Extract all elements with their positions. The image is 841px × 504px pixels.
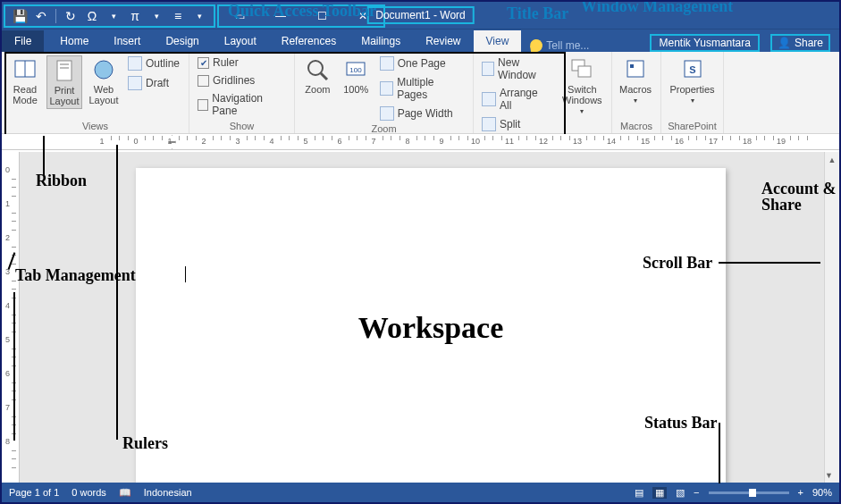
tab-insert[interactable]: Insert — [101, 30, 153, 52]
zoom-in-button[interactable]: + — [798, 487, 803, 498]
switch-icon — [569, 57, 594, 82]
switch-windows-button[interactable]: Switch Windows▾ — [559, 55, 606, 117]
outline-icon — [128, 56, 142, 71]
user-name[interactable]: Mentik Yusmantara — [650, 34, 760, 52]
web-layout-button[interactable]: Web Layout — [86, 55, 122, 107]
multipage-icon — [380, 81, 393, 96]
svg-line-7 — [321, 73, 327, 80]
pagewidth-icon — [380, 106, 394, 121]
zoom-out-button[interactable]: − — [694, 487, 699, 498]
save-icon[interactable]: 💾 — [11, 7, 29, 25]
magnifier-icon — [305, 57, 330, 82]
zoom-button[interactable]: Zoom — [300, 55, 335, 97]
tab-design[interactable]: Design — [153, 30, 211, 52]
onepage-icon — [380, 56, 394, 71]
vertical-ruler[interactable]: 012345678 — [2, 152, 20, 483]
list-icon[interactable]: ≡ — [169, 7, 187, 25]
svg-point-5 — [95, 61, 113, 79]
status-bar: Page 1 of 1 0 words 📖 Indonesian ▤ ▦ ▧ −… — [2, 483, 839, 502]
tab-file[interactable]: File — [2, 30, 44, 52]
tab-home[interactable]: Home — [47, 30, 101, 52]
show-group-label: Show — [195, 119, 289, 133]
svg-rect-3 — [60, 63, 69, 65]
word-count[interactable]: 0 words — [71, 487, 106, 498]
arrange-all-button[interactable]: Arrange All — [479, 86, 555, 113]
svg-rect-4 — [60, 67, 69, 69]
document-title: Document1 - Word — [366, 6, 474, 24]
book-icon — [13, 57, 38, 82]
macros-icon — [623, 57, 648, 82]
quick-access-toolbar: 💾 ↶ ↻ Ω ▾ π ▾ ≡ ▾ — [4, 4, 215, 28]
scroll-down-icon[interactable]: ▼ — [825, 467, 833, 483]
page-status[interactable]: Page 1 of 1 — [9, 487, 59, 498]
vertical-scrollbar[interactable]: ▲ ▼ — [824, 152, 839, 483]
zoom-100-button[interactable]: 100100% — [339, 55, 374, 97]
print-layout-button[interactable]: Print Layout — [46, 55, 82, 109]
page-icon — [52, 58, 77, 83]
svg-rect-13 — [630, 64, 634, 68]
lightbulb-icon — [529, 38, 543, 53]
weblayout-view-icon[interactable]: ▧ — [676, 487, 685, 499]
draft-icon — [128, 76, 142, 90]
one-page-button[interactable]: One Page — [377, 55, 467, 71]
ribbon: Read Mode Print Layout Web Layout Outlin… — [2, 52, 839, 134]
scroll-up-icon[interactable]: ▲ — [825, 152, 839, 167]
printlayout-view-icon[interactable]: ▦ — [652, 487, 667, 499]
hundred-icon: 100 — [343, 57, 368, 82]
tab-references[interactable]: References — [269, 30, 349, 52]
redo-icon[interactable]: ↻ — [62, 7, 80, 25]
read-mode-button[interactable]: Read Mode — [7, 55, 43, 107]
tab-review[interactable]: Review — [413, 30, 473, 52]
svg-rect-11 — [578, 66, 591, 77]
minimize-icon[interactable]: — — [260, 6, 301, 26]
document-page[interactable]: Workspace — [136, 168, 726, 504]
svg-text:100: 100 — [350, 66, 363, 74]
macros-button[interactable]: Macros▾ — [618, 55, 653, 106]
tell-me[interactable]: Tell me... — [521, 39, 598, 52]
share-button[interactable]: 👤Share — [770, 34, 830, 52]
proofing-icon[interactable]: 📖 — [119, 487, 131, 499]
outline-button[interactable]: Outline — [125, 55, 182, 71]
omega-icon[interactable]: Ω — [83, 7, 101, 25]
gridlines-checkbox[interactable]: Gridlines — [195, 73, 289, 88]
sp-group-label: SharePoint — [667, 119, 718, 133]
maximize-icon[interactable]: ☐ — [301, 6, 342, 26]
split-icon — [482, 117, 496, 131]
window-management: ▭ — ☐ ✕ — [217, 4, 385, 28]
tab-mailings[interactable]: Mailings — [349, 30, 413, 52]
horizontal-ruler[interactable]: 1012345678910111213141516171819 — [2, 134, 839, 150]
properties-button[interactable]: SProperties▾ — [667, 55, 718, 106]
svg-point-6 — [308, 61, 323, 75]
svg-rect-12 — [627, 61, 643, 77]
ruler-checkbox[interactable]: ✔Ruler — [195, 55, 289, 70]
ribbon-options-icon[interactable]: ▭ — [219, 6, 260, 26]
zoom-level[interactable]: 90% — [812, 487, 832, 498]
newwindow-icon — [482, 62, 494, 76]
tab-layout[interactable]: Layout — [212, 30, 269, 52]
pi-icon[interactable]: π — [126, 7, 144, 25]
language-status[interactable]: Indonesian — [144, 487, 192, 498]
multi-page-button[interactable]: Multiple Pages — [377, 75, 467, 102]
page-width-button[interactable]: Page Width — [377, 105, 467, 122]
new-window-button[interactable]: New Window — [479, 55, 555, 82]
workspace-label: Workspace — [358, 311, 503, 345]
text-cursor — [185, 266, 186, 282]
svg-text:S: S — [689, 64, 695, 75]
sharepoint-icon: S — [680, 57, 705, 82]
draft-button[interactable]: Draft — [125, 75, 182, 91]
person-icon: 👤 — [778, 37, 791, 49]
ribbon-tabs: File Home Insert Design Layout Reference… — [2, 29, 839, 52]
zoom-slider[interactable] — [709, 491, 789, 494]
title-bar: 💾 ↶ ↻ Ω ▾ π ▾ ≡ ▾ Document1 - Word ▭ — ☐… — [2, 2, 839, 29]
split-button[interactable]: Split — [479, 116, 555, 132]
arrange-icon — [482, 92, 496, 106]
undo-icon[interactable]: ↶ — [32, 7, 50, 25]
views-group-label: Views — [7, 119, 183, 133]
account-area: Mentik Yusmantara 👤Share — [650, 34, 839, 52]
globe-icon — [91, 57, 116, 82]
tab-view[interactable]: View — [474, 30, 522, 52]
readmode-view-icon[interactable]: ▤ — [635, 487, 643, 499]
macros-group-label: Macros — [618, 119, 655, 133]
navpane-checkbox[interactable]: Navigation Pane — [195, 91, 289, 118]
